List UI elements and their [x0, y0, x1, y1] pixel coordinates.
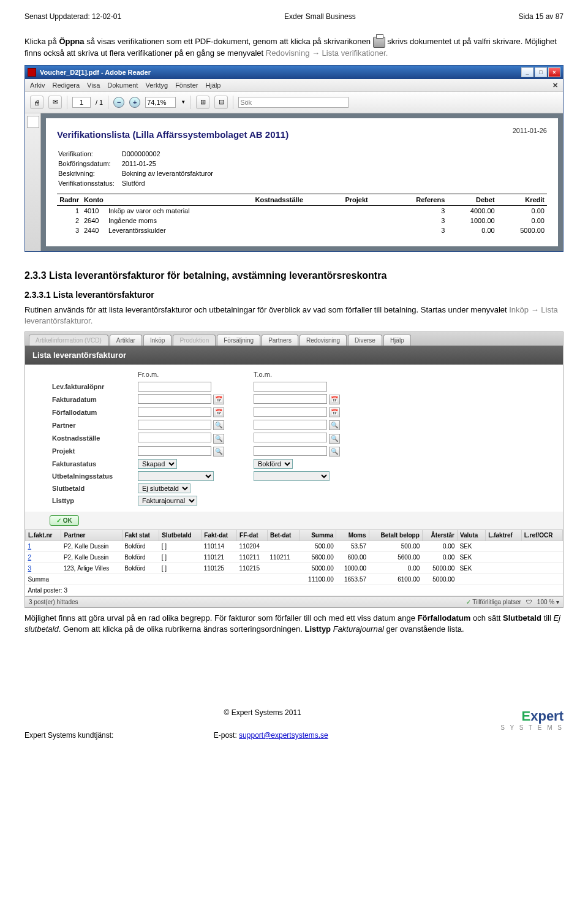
doc-close-icon[interactable]: ✕ — [552, 81, 558, 89]
kostnadsstalle-to[interactable] — [254, 433, 327, 442]
forfallodatum-from[interactable] — [138, 407, 211, 417]
col-header[interactable]: Summa — [300, 529, 336, 540]
trusted-sites[interactable]: Tillförlitliga platser — [466, 599, 521, 605]
col-header[interactable]: FF-dat — [237, 529, 268, 540]
invoice-link[interactable]: 1 — [28, 543, 32, 550]
results: L.fakt.nr Partner Fakt stat Slutbetald F… — [25, 529, 563, 596]
col-header[interactable]: Valuta — [457, 529, 485, 540]
email-link[interactable]: support@expertsystems.se — [239, 731, 328, 740]
table-row: 2P2, Kalle DussinBokförd[ ]1101211102111… — [26, 551, 563, 563]
tab-inkop[interactable]: Inköp — [143, 335, 172, 346]
fit-page-button[interactable]: ⊞ — [196, 96, 209, 109]
partner-to[interactable] — [254, 420, 327, 430]
invoice-link[interactable]: 3 — [28, 565, 32, 572]
tab-produktion[interactable]: Produktion — [173, 335, 216, 346]
col-header[interactable]: L.fakt.nr — [26, 529, 61, 540]
window-titlebar[interactable]: Voucher_D2[1].pdf - Adobe Reader _ □ × — [25, 66, 563, 79]
minimize-button[interactable]: _ — [521, 67, 533, 77]
t: så visas verifikationen som ett PDF-doku… — [85, 37, 373, 46]
menu-redigera[interactable]: Redigera — [52, 81, 80, 89]
col: Konto — [81, 194, 106, 205]
col-header[interactable]: L.ref/OCR — [521, 529, 562, 540]
search-icon[interactable]: 🔍 — [329, 447, 340, 456]
tab-artikelinfo[interactable]: Artikelinformation (VCD) — [29, 335, 108, 346]
calendar-icon[interactable]: 📅 — [213, 407, 224, 417]
search-icon[interactable]: 🔍 — [213, 434, 224, 444]
pages-panel-button[interactable] — [27, 116, 39, 128]
fit-width-button[interactable]: ⊟ — [214, 96, 228, 109]
tab-redovisning[interactable]: Redovisning — [300, 335, 347, 346]
col-header[interactable]: Fakt stat — [122, 529, 159, 540]
col-from: Fr.o.m. — [135, 369, 227, 381]
maximize-button[interactable]: □ — [535, 67, 547, 77]
zoom-in-button[interactable]: + — [129, 97, 140, 108]
menu-verktyg[interactable]: Verktyg — [145, 81, 168, 89]
close-button[interactable]: × — [548, 67, 560, 77]
col-header[interactable]: Partner — [61, 529, 122, 540]
calendar-icon[interactable]: 📅 — [329, 407, 340, 417]
projekt-to[interactable] — [254, 446, 327, 456]
arrow-icon: → — [309, 48, 322, 58]
menu-fonster[interactable]: Fönster — [175, 81, 198, 89]
page-total: / 1 — [96, 99, 103, 106]
search-icon[interactable]: 🔍 — [329, 420, 340, 430]
listtyp-select[interactable]: Fakturajournal — [138, 496, 197, 506]
ok-button[interactable]: OK — [50, 515, 79, 526]
lbl: Utbetalningsstatus — [50, 470, 135, 482]
partner-from[interactable] — [138, 420, 211, 430]
slutbetald-select[interactable]: Ej slutbetald — [138, 483, 190, 493]
calendar-icon[interactable]: 📅 — [213, 395, 224, 404]
calendar-icon[interactable]: 📅 — [329, 395, 340, 404]
fakturadatum-from[interactable] — [138, 394, 211, 404]
search-icon[interactable]: 🔍 — [213, 447, 224, 456]
fakturastatus-to[interactable]: Bokförd — [254, 459, 293, 469]
col-header[interactable]: Fakt-dat — [202, 529, 237, 540]
fakturadatum-to[interactable] — [254, 394, 327, 404]
col-to: T.o.m. — [251, 369, 342, 381]
chevron-down-icon[interactable]: ▼ — [181, 99, 186, 105]
forfallodatum-to[interactable] — [254, 407, 327, 417]
col-header[interactable]: L.faktref — [486, 529, 521, 540]
menu-arkiv[interactable]: Arkiv — [30, 81, 45, 89]
menu-hjalp[interactable]: Hjälp — [205, 81, 221, 89]
projekt-from[interactable] — [138, 446, 211, 456]
t: Fakturajournal — [331, 624, 386, 634]
utbetalning-to[interactable] — [254, 471, 330, 481]
fakturastatus-from[interactable]: Skapad — [138, 459, 177, 469]
zoom-level[interactable]: 100 % ▾ — [537, 599, 559, 605]
doc-header: Senast Uppdaterad: 12-02-01 Exder Small … — [24, 12, 564, 21]
zoom-input[interactable] — [145, 97, 176, 108]
tab-bar: Artikelinformation (VCD) Artiklar Inköp … — [25, 332, 563, 346]
t: E — [522, 708, 531, 724]
tab-forsaljning[interactable]: Försäljning — [217, 335, 260, 346]
search-icon[interactable]: 🔍 — [213, 420, 224, 430]
search-icon[interactable]: 🔍 — [329, 434, 340, 444]
search-input[interactable] — [238, 97, 349, 108]
page-input[interactable] — [72, 97, 91, 108]
t: xpert — [530, 708, 564, 724]
col-header[interactable]: Slutbetald — [159, 529, 202, 540]
meta-val: D000000002 — [122, 150, 219, 158]
invoice-link[interactable]: 2 — [28, 554, 32, 561]
col-header[interactable]: Bet-dat — [267, 529, 299, 540]
tab-partners[interactable]: Partners — [262, 335, 298, 346]
col-header[interactable]: Moms — [336, 529, 369, 540]
email-button[interactable]: ✉ — [48, 96, 62, 109]
menu-dokument[interactable]: Dokument — [107, 81, 138, 89]
col-header[interactable]: Betalt belopp — [369, 529, 422, 540]
protected-mode-icon[interactable]: 🛡 — [526, 599, 532, 605]
t: ger ovanstående lista. — [386, 624, 464, 634]
kostnadsstalle-from[interactable] — [138, 433, 211, 442]
tab-hjalp[interactable]: Hjälp — [383, 335, 411, 346]
col-header[interactable]: Återstår — [422, 529, 457, 540]
outro-para: Möjlighet finns att göra urval på en rad… — [24, 613, 564, 635]
lopnr-to[interactable] — [254, 382, 327, 392]
lbl: Förfallodatum — [50, 406, 135, 419]
print-button[interactable]: 🖨 — [30, 96, 43, 109]
tab-artiklar[interactable]: Artiklar — [110, 335, 142, 346]
tab-diverse[interactable]: Diverse — [348, 335, 382, 346]
menu-visa[interactable]: Visa — [87, 81, 100, 89]
zoom-out-button[interactable]: − — [113, 97, 124, 108]
lopnr-from[interactable] — [138, 382, 211, 392]
utbetalning-from[interactable] — [138, 471, 214, 481]
